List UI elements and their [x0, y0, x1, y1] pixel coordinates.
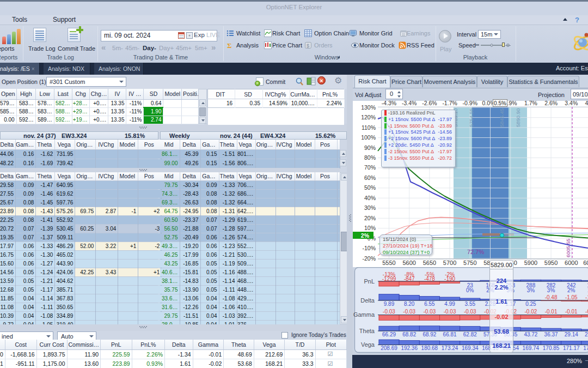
- svg-text:43.72: 43.72: [524, 331, 537, 337]
- svg-text:72.7%: 72.7%: [467, 249, 484, 255]
- svg-text:Theta: Theta: [359, 328, 375, 334]
- svg-text:-0.03: -0.03: [424, 309, 436, 315]
- svg-text:2.6%: 2.6%: [544, 101, 558, 106]
- svg-text:Σ: Σ: [227, 41, 232, 49]
- svg-text:-0.48: -0.48: [545, 294, 558, 300]
- svg-text:5650: 5650: [423, 260, 436, 266]
- svg-text:0.25: 0.25: [525, 301, 536, 307]
- svg-text:5754.55: 5754.55: [468, 108, 474, 127]
- svg-text:3.55: 3.55: [465, 301, 476, 307]
- svg-text:-0.9%: -0.9%: [463, 101, 477, 106]
- svg-text:90%: 90%: [364, 144, 376, 151]
- svg-text:10%: 10%: [364, 225, 376, 231]
- svg-text:62.82: 62.82: [463, 331, 477, 337]
- svg-text:170.96: 170.96: [583, 345, 588, 351]
- svg-text:208.69: 208.69: [381, 345, 397, 351]
- svg-text:5900: 5900: [524, 260, 537, 266]
- svg-text:-4.3%: -4.3%: [382, 101, 396, 106]
- svg-text:30%: 30%: [364, 204, 376, 211]
- svg-text:-0.01: -0.01: [545, 309, 558, 315]
- svg-text:0%: 0%: [466, 287, 474, 293]
- svg-text:-1.7%: -1.7%: [442, 101, 457, 106]
- svg-text:-1.31: -1.31: [585, 294, 588, 300]
- svg-text:-0.03: -0.03: [444, 309, 456, 315]
- svg-text:173.24: 173.24: [442, 345, 458, 351]
- svg-text:PnL: PnL: [364, 278, 375, 285]
- svg-text:-3.4%: -3.4%: [402, 101, 416, 106]
- svg-text:-1299: -1299: [382, 276, 396, 282]
- svg-text:100%: 100%: [361, 134, 376, 141]
- svg-text:4.3%: 4.3%: [585, 101, 588, 106]
- svg-text:2%: 2%: [567, 287, 575, 293]
- svg-text:-0.01: -0.01: [565, 309, 578, 315]
- svg-text:6050: 6050: [583, 260, 588, 266]
- svg-text:20%: 20%: [364, 215, 376, 221]
- svg-text:-190: -190: [444, 276, 455, 282]
- svg-text:120%: 120%: [361, 114, 376, 120]
- svg-text:4.99: 4.99: [444, 301, 455, 307]
- svg-text:169.34: 169.34: [462, 345, 479, 351]
- svg-text:Gamma: Gamma: [353, 311, 375, 318]
- svg-text:3%: 3%: [527, 287, 535, 293]
- svg-text:36.37: 36.37: [544, 331, 558, 337]
- svg-text:5950: 5950: [544, 260, 558, 266]
- svg-text:8.20: 8.20: [404, 301, 415, 307]
- svg-text:22.09: 22.09: [585, 331, 588, 337]
- svg-text:-20%: -20%: [362, 255, 376, 262]
- svg-text:170.85: 170.85: [543, 345, 560, 351]
- svg-text:6000: 6000: [565, 260, 578, 266]
- svg-text:5600: 5600: [402, 260, 415, 266]
- svg-text:5845.45: 5845.45: [499, 108, 505, 127]
- svg-text:-2.6%: -2.6%: [422, 101, 437, 106]
- svg-text:Delta: Delta: [360, 297, 375, 304]
- svg-text:66.29: 66.29: [382, 331, 396, 337]
- svg-text:5750: 5750: [463, 260, 476, 266]
- svg-text:5550: 5550: [382, 260, 395, 266]
- svg-text:110%: 110%: [362, 124, 376, 131]
- svg-text:-847: -847: [404, 276, 415, 282]
- svg-text:Vega: Vega: [361, 341, 375, 348]
- svg-text:130%: 130%: [361, 104, 376, 111]
- svg-text:70%: 70%: [364, 164, 376, 171]
- svg-text:-0.03: -0.03: [403, 309, 415, 315]
- svg-text:60%: 60%: [364, 174, 376, 181]
- svg-text:80%: 80%: [364, 154, 376, 161]
- svg-text:40%: 40%: [364, 195, 376, 201]
- svg-text:192.36: 192.36: [401, 345, 418, 351]
- svg-text:6.55: 6.55: [424, 301, 435, 307]
- svg-text:-10%: -10%: [362, 245, 376, 251]
- svg-text:-1.05: -1.05: [565, 294, 578, 300]
- svg-text:5700: 5700: [443, 260, 456, 266]
- svg-text:171.17: 171.17: [563, 345, 580, 351]
- svg-text:66.81: 66.81: [443, 331, 457, 337]
- svg-text:5890.90: 5890.90: [515, 108, 521, 127]
- svg-text:-0.02: -0.02: [525, 309, 537, 315]
- svg-text:3.4%: 3.4%: [565, 101, 578, 106]
- svg-text:-0.03: -0.03: [464, 309, 476, 315]
- svg-text:50%: 50%: [364, 184, 376, 191]
- svg-text:2%: 2%: [361, 232, 370, 239]
- svg-text:68.82: 68.82: [402, 331, 416, 337]
- svg-text:68.92: 68.92: [422, 331, 436, 337]
- svg-text:169.74: 169.74: [523, 345, 540, 351]
- svg-text:$: $: [307, 43, 309, 49]
- svg-text:180.68: 180.68: [421, 345, 438, 351]
- svg-text:1.7%: 1.7%: [524, 101, 537, 106]
- svg-text:29.14: 29.14: [565, 331, 578, 337]
- svg-text:-0.01: -0.01: [585, 309, 588, 315]
- svg-text:-478: -478: [424, 276, 435, 282]
- svg-text:6005.55: 6005.55: [565, 239, 571, 257]
- svg-text:-0.03: -0.03: [383, 309, 395, 315]
- svg-text:9.89: 9.89: [384, 301, 395, 307]
- svg-text:3%: 3%: [547, 287, 555, 293]
